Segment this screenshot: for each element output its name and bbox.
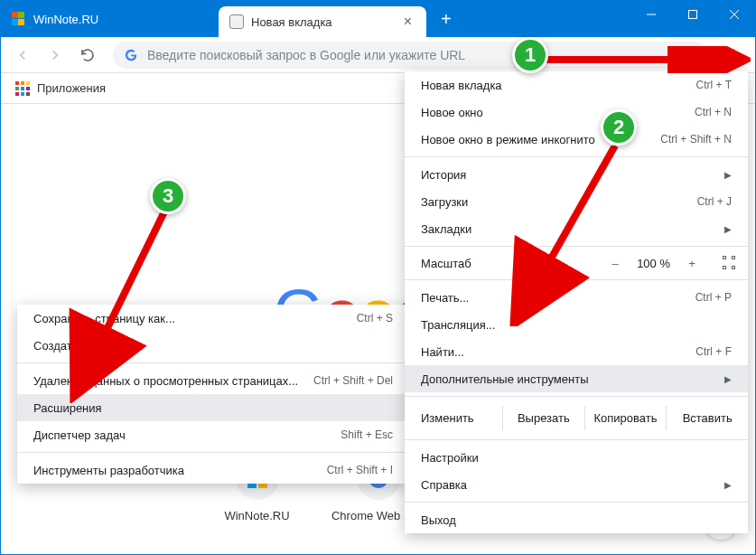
submenu-more-tools: Сохранить страницу как...Ctrl + S Создат… bbox=[17, 305, 409, 484]
menu-incognito[interactable]: Новое окно в режиме инкогнитоCtrl + Shif… bbox=[405, 126, 748, 153]
new-tab-button[interactable]: + bbox=[441, 9, 452, 30]
menu-find[interactable]: Найти...Ctrl + F bbox=[405, 338, 748, 365]
menu-copy[interactable]: Копировать bbox=[584, 406, 667, 430]
menu-exit[interactable]: Выход bbox=[405, 506, 748, 533]
tab-favicon bbox=[229, 14, 244, 29]
fullscreen-icon[interactable] bbox=[723, 256, 737, 270]
shortcut-label: WinNote.RU bbox=[224, 509, 289, 522]
submenu-create-shortcut[interactable]: Создать ярлык... bbox=[17, 332, 409, 359]
main-menu: Новая вкладкаCtrl + T Новое окноCtrl + N… bbox=[405, 71, 748, 533]
annotation-badge-2: 2 bbox=[601, 109, 637, 146]
annotation-badge-3: 3 bbox=[150, 178, 186, 214]
apps-label[interactable]: Приложения bbox=[37, 81, 106, 95]
tab-active[interactable]: Новая вкладка × bbox=[219, 6, 426, 37]
svg-point-6 bbox=[733, 58, 735, 61]
window-title: WinNote.RU bbox=[33, 13, 219, 26]
forward-button[interactable] bbox=[41, 41, 70, 70]
menu-zoom: Масштаб – 100 % + bbox=[405, 250, 748, 276]
svg-point-4 bbox=[733, 49, 735, 52]
reload-button[interactable] bbox=[73, 41, 102, 70]
zoom-in-button[interactable]: + bbox=[681, 257, 703, 270]
submenu-task-manager[interactable]: Диспетчер задачShift + Esc bbox=[17, 421, 409, 448]
title-bar: WinNote.RU Новая вкладка × + bbox=[1, 1, 755, 37]
app-icon bbox=[12, 12, 26, 26]
menu-new-tab[interactable]: Новая вкладкаCtrl + T bbox=[405, 71, 748, 99]
svg-rect-1 bbox=[689, 11, 697, 19]
submenu-extensions[interactable]: Расширения bbox=[17, 394, 409, 421]
tab-title: Новая вкладка bbox=[251, 15, 400, 29]
window-controls bbox=[630, 1, 755, 28]
zoom-out-button[interactable]: – bbox=[604, 257, 626, 270]
minimize-button[interactable] bbox=[630, 1, 672, 28]
chevron-right-icon: ▶ bbox=[724, 170, 732, 180]
menu-new-window[interactable]: Новое окноCtrl + N bbox=[405, 99, 748, 126]
svg-point-5 bbox=[733, 53, 735, 56]
submenu-clear-data[interactable]: Удаление данных о просмотренных страница… bbox=[17, 367, 409, 394]
apps-icon[interactable] bbox=[15, 81, 30, 96]
chevron-right-icon: ▶ bbox=[724, 224, 732, 234]
close-icon[interactable]: × bbox=[400, 14, 415, 30]
menu-downloads[interactable]: ЗагрузкиCtrl + J bbox=[405, 188, 748, 215]
main-menu-button[interactable] bbox=[719, 41, 748, 70]
menu-print[interactable]: Печать...Ctrl + P bbox=[405, 284, 748, 311]
close-button[interactable] bbox=[714, 1, 755, 28]
menu-paste[interactable]: Вставить bbox=[666, 406, 748, 430]
address-bar[interactable]: Введите поисковый запрос в Google или ук… bbox=[113, 42, 708, 69]
menu-history[interactable]: История▶ bbox=[405, 161, 748, 188]
menu-bookmarks[interactable]: Закладки▶ bbox=[405, 215, 748, 242]
annotation-badge-1: 1 bbox=[512, 37, 548, 73]
menu-cut[interactable]: Вырезать bbox=[502, 406, 584, 430]
chevron-right-icon: ▶ bbox=[724, 480, 732, 490]
submenu-dev-tools[interactable]: Инструменты разработчикаCtrl + Shift + I bbox=[17, 456, 409, 484]
maximize-button[interactable] bbox=[672, 1, 714, 28]
back-button[interactable] bbox=[8, 41, 37, 70]
menu-more-tools[interactable]: Дополнительные инструменты▶ bbox=[405, 365, 748, 392]
submenu-save-as[interactable]: Сохранить страницу как...Ctrl + S bbox=[17, 305, 409, 332]
zoom-value: 100 % bbox=[637, 257, 670, 270]
menu-settings[interactable]: Настройки bbox=[405, 444, 748, 471]
chevron-right-icon: ▶ bbox=[724, 374, 732, 384]
omnibox-placeholder: Введите поисковый запрос в Google или ук… bbox=[147, 48, 465, 62]
browser-toolbar: Введите поисковый запрос в Google или ук… bbox=[1, 37, 755, 73]
menu-edit-row: Изменить Вырезать Копировать Вставить bbox=[405, 400, 748, 436]
menu-cast[interactable]: Трансляция... bbox=[405, 311, 748, 338]
menu-help[interactable]: Справка▶ bbox=[405, 471, 748, 498]
google-search-icon bbox=[124, 48, 138, 62]
